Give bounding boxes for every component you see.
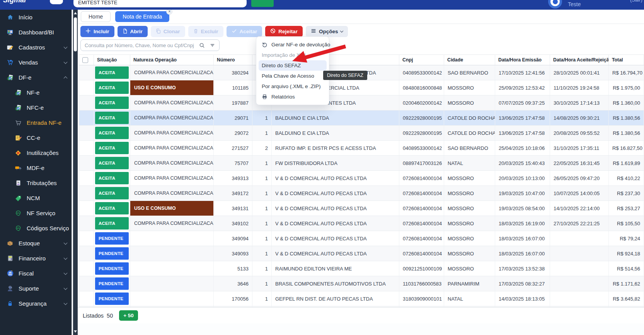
menu-item[interactable]: Importação de XML xyxy=(256,50,329,60)
cell-cnpj: 09222928000195 xyxy=(399,126,444,141)
search-input[interactable] xyxy=(85,43,194,48)
sidebar-item[interactable]: e NF-e xyxy=(0,85,72,100)
sidebar-item-label: Fiscal xyxy=(19,270,34,277)
nfe-icon: e xyxy=(13,89,23,96)
toolbar-button[interactable]: Aceitar xyxy=(227,26,262,37)
header-situacao[interactable]: Situação xyxy=(94,55,130,65)
sidebar-item[interactable]: Vendas xyxy=(0,55,72,70)
sidebar-item-label: Financeiro xyxy=(19,255,46,262)
sidebar-item[interactable]: MDF-e xyxy=(0,160,72,175)
logout-link[interactable]: (Sair) xyxy=(630,0,642,3)
check-icon xyxy=(232,28,237,35)
header-toggle[interactable] xyxy=(50,0,63,4)
sidebar-item[interactable]: % Tributações xyxy=(0,175,72,190)
header-numero[interactable]: Número xyxy=(214,55,252,65)
table-row[interactable]: ACEITA COMPRA PARA COMERCIALIZACAO 29071… xyxy=(79,111,644,126)
table-row[interactable]: ACEITA COMPRA PARA COMERCIALIZACAO 19788… xyxy=(79,95,644,111)
menu-item[interactable]: Por arquivo (.XML e .ZIP) xyxy=(256,81,329,92)
table-row[interactable]: ACEITA COMPRA PARA COMERCIALIZACAO 29072… xyxy=(79,126,644,141)
button-label: Opções xyxy=(319,29,338,34)
sidebar-item[interactable]: e NFC-e xyxy=(0,100,72,115)
sidebar-item-label: Início xyxy=(19,14,32,20)
sidebar-item[interactable]: Fiscal xyxy=(0,266,72,281)
cell-situacao: PENDENTE xyxy=(94,276,130,291)
table-row[interactable]: ACEITA USO E CONSUMO 101185 1 DISTRIBUID… xyxy=(79,80,644,95)
sidebar-item[interactable]: Suporte xyxy=(0,281,72,296)
table-row[interactable]: ACEITA COMPRA PARA COMERCIALIZACAO 34931… xyxy=(79,171,644,186)
sidebar-item[interactable]: Início xyxy=(0,10,72,25)
toolbar-button[interactable]: Incluir xyxy=(80,26,114,37)
header-cnpj[interactable]: Cnpj xyxy=(399,55,444,65)
cell-cidade: PARNAMIRIM xyxy=(444,276,495,291)
cell-total: R$ 514,56 xyxy=(609,261,644,276)
table-row[interactable]: ACEITA USO E CONSUMO 349131 1 V & D COME… xyxy=(79,201,644,216)
status-badge: ACEITA xyxy=(95,97,129,109)
sidebar-item[interactable]: CC-e xyxy=(0,130,72,145)
table-row[interactable]: PENDENTE 170056 1 GEFPEL RN DIST. DE AUT… xyxy=(79,291,644,306)
header-total[interactable]: Total xyxy=(609,55,644,65)
table-row[interactable]: ACEITA COMPRA PARA COMERCIALIZACAO 34917… xyxy=(79,186,644,201)
tab-nota-de-entrada[interactable]: Nota de Entrada × xyxy=(115,11,169,22)
header-action-button[interactable] xyxy=(251,0,274,7)
cell-natureza: COMPRA PARA COMERCIALIZACAO xyxy=(130,111,214,126)
sidebar-item[interactable]: NFS NF Serviço xyxy=(0,206,72,221)
user-avatar[interactable] xyxy=(548,0,562,9)
table-row[interactable]: ACEITA COMPRA PARA COMERCIALIZACAO 34910… xyxy=(79,216,644,231)
cell-emissao: 18/03/2025 16:19:00 xyxy=(495,216,550,231)
table-row[interactable]: PENDENTE 5133 1 RAIMUNDO EDILTON VIEIRA … xyxy=(79,261,644,276)
cell-check xyxy=(79,126,94,141)
sidebar-item[interactable]: Segurança xyxy=(0,296,72,311)
toolbar-button[interactable]: Excluir xyxy=(188,26,223,37)
sidebar-item[interactable]: e DF-e xyxy=(0,70,72,85)
cell-numero: 5133 xyxy=(214,261,252,276)
sidebar-item[interactable]: Cadastros xyxy=(0,40,72,55)
scroll-up-icon[interactable] xyxy=(74,12,77,14)
load-more-button[interactable]: + 50 xyxy=(119,310,138,321)
cell-aceite xyxy=(550,231,609,246)
cell-check xyxy=(79,80,94,95)
vertical-scrollbar[interactable] xyxy=(73,10,78,335)
select-all-checkbox[interactable] xyxy=(82,57,88,63)
toolbar-button[interactable]: Opções xyxy=(306,26,348,37)
button-label: Incluir xyxy=(94,29,109,34)
cell-emissao: 19/03/2025 08:54:00 xyxy=(495,201,550,216)
menu-item[interactable]: Relatórios xyxy=(256,92,329,102)
cell-aceite: 22/05/2025 16:31:45 xyxy=(550,156,609,171)
tab-home[interactable]: Home xyxy=(81,11,111,22)
sidebar-item[interactable]: Dashboard/BI xyxy=(0,25,72,40)
cell-total: R$ 1.360,00 xyxy=(609,95,644,111)
toolbar-button[interactable]: Clonar xyxy=(151,26,185,37)
search-icon[interactable] xyxy=(199,43,205,48)
table-row[interactable]: ACEITA COMPRA PARA COMERCIALIZACAO 75707… xyxy=(79,156,644,171)
filter-icon[interactable] xyxy=(210,43,215,48)
sidebar-item[interactable]: Inutilizações xyxy=(0,145,72,160)
toolbar-button[interactable]: Abrir xyxy=(118,26,148,37)
header-emissao[interactable]: Data/Hora Emissão xyxy=(495,55,550,65)
cell-aceite: 20/08/2025 09:55:52 xyxy=(550,126,609,141)
sidebar-item[interactable]: NCM xyxy=(0,190,72,206)
cell-natureza: USO E CONSUMO xyxy=(130,80,214,95)
cell-natureza xyxy=(130,246,214,261)
sidebar-item[interactable]: Estoque xyxy=(0,236,72,251)
table-row[interactable]: ACEITA COMPRA PARA COMERCIALIZACAO 27152… xyxy=(79,141,644,156)
cell-emissao: 13/06/2025 17:47:58 xyxy=(495,111,550,126)
sidebar-item[interactable]: Entrada NF-e xyxy=(0,115,72,130)
cell-total: R$ 924,18 xyxy=(609,246,644,261)
header-aceite[interactable]: Data/Hora Aceite/Rejeição xyxy=(550,55,609,65)
table-row[interactable]: PENDENTE 349093 1 V & D COMERCIAL AUTO P… xyxy=(79,246,644,261)
sidebar-item[interactable]: NFS Códigos Serviço xyxy=(0,221,72,236)
menu-item[interactable]: Pela Chave de Acesso xyxy=(256,71,329,81)
header-natureza[interactable]: Natureza Operação xyxy=(130,55,214,65)
scrollbar-thumb[interactable] xyxy=(74,17,77,51)
cell-serie: 1 xyxy=(252,261,272,276)
header-cidade[interactable]: Cidade xyxy=(444,55,495,65)
menu-item[interactable]: Gerar NF-e de devolução xyxy=(256,39,329,50)
menu-item[interactable]: Direto do SEFAZ xyxy=(259,60,327,71)
toolbar-button[interactable]: Rejeitar xyxy=(265,26,303,37)
company-selector[interactable]: EMITEST TESTE xyxy=(73,0,247,7)
sidebar-item[interactable]: Financeiro xyxy=(0,251,72,266)
table-row[interactable]: PENDENTE 3646 1 BRASIL COMPONENTES AUTOM… xyxy=(79,276,644,291)
table-row[interactable]: PENDENTE 349094 1 V & D COMERCIAL AUTO P… xyxy=(79,231,644,246)
scroll-down-icon[interactable] xyxy=(74,330,77,333)
sidebar-item-label: NF Serviço xyxy=(27,210,55,216)
